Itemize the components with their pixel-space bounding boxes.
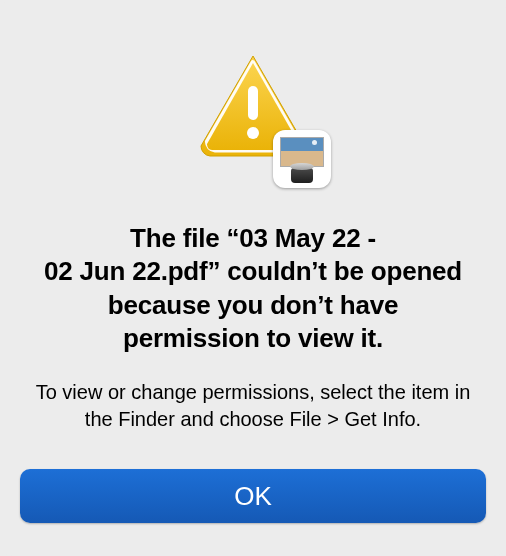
ok-button[interactable]: OK xyxy=(20,469,486,523)
permission-error-dialog: The file “03 May 22 - 02 Jun 22.pdf” cou… xyxy=(0,0,506,556)
svg-point-1 xyxy=(247,127,259,139)
dialog-message: To view or change permissions, select th… xyxy=(20,379,486,433)
loupe-icon xyxy=(291,163,313,183)
dialog-icon-group xyxy=(183,50,323,180)
dialog-title: The file “03 May 22 - 02 Jun 22.pdf” cou… xyxy=(20,222,486,355)
svg-rect-0 xyxy=(248,86,258,120)
preview-app-icon xyxy=(273,130,331,188)
